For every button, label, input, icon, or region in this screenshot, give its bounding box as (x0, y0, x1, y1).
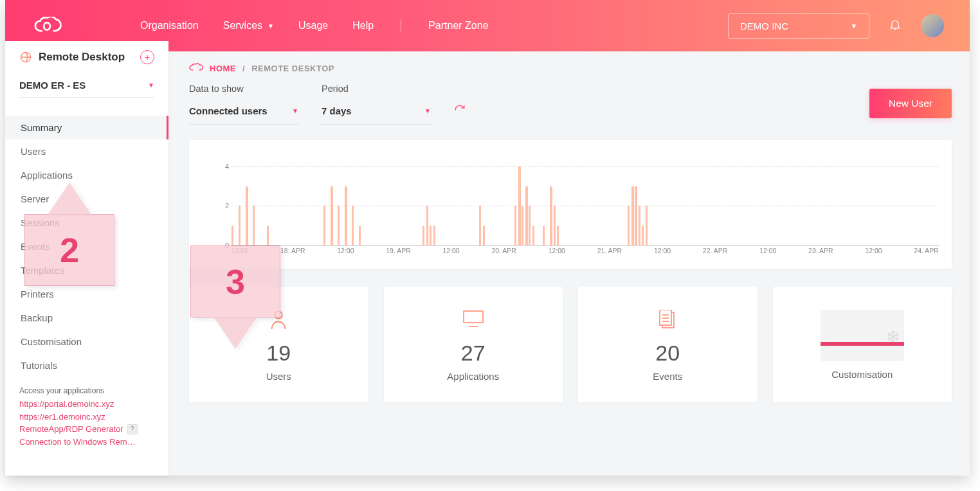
chart-panel: 024 12:0018. APR12:0019. APR12:0020. APR… (189, 140, 952, 269)
filter-label: Period (322, 84, 431, 94)
user-avatar[interactable] (921, 14, 944, 37)
customisation-thumbnail: ❄ (821, 310, 904, 361)
chart-x-axis: 12:0018. APR12:0019. APR12:0020. APR12:0… (231, 247, 939, 260)
breadcrumb-home[interactable]: HOME (210, 64, 236, 73)
tree-icon: ❄ (885, 326, 900, 348)
help-icon[interactable]: ? (127, 424, 138, 434)
svg-point-2 (275, 311, 282, 319)
nav-services[interactable]: Services▼ (223, 20, 274, 31)
remote-desktop-icon (19, 51, 32, 64)
brand-logo[interactable] (31, 17, 63, 35)
sidebar-item-printers[interactable]: Printers (5, 282, 168, 306)
stat-value: 20 (655, 341, 680, 366)
environment-selected-value: DEMO ER - ES (19, 80, 86, 91)
breadcrumb-current: REMOTE DESKTOP (251, 64, 334, 73)
sidebar-item-tutorials[interactable]: Tutorials (5, 353, 168, 377)
chart-y-axis: 024 (215, 147, 230, 246)
stat-card-customisation[interactable]: ❄ Customisation (773, 287, 952, 402)
nav-partner-zone[interactable]: Partner Zone (428, 20, 488, 31)
chevron-down-icon: ▼ (292, 107, 298, 114)
new-user-button[interactable]: New User (869, 89, 952, 118)
stat-card-applications[interactable]: 27 Applications (384, 287, 563, 402)
nav-label: Help (352, 20, 374, 31)
sidebar-product-title: Remote Desktop (39, 51, 134, 64)
sidebar-footer: Access your applications https://portal.… (5, 382, 168, 454)
org-selected-value: DEMO INC (740, 21, 788, 31)
data-to-show-select[interactable]: Connected users ▼ (189, 102, 298, 125)
sidebar-nav: SummaryUsersApplicationsServerSessionsEv… (5, 109, 168, 382)
nav-usage[interactable]: Usage (298, 20, 328, 31)
stat-card-users[interactable]: 19 Users (189, 287, 368, 402)
sidebar-item-backup[interactable]: Backup (5, 306, 168, 330)
nav-label: Usage (298, 20, 328, 31)
stat-label: Users (266, 371, 291, 382)
stat-value: 19 (266, 341, 291, 366)
cloud-icon (189, 63, 203, 73)
sidebar-item-events[interactable]: Events (5, 235, 168, 258)
sidebar-item-applications[interactable]: Applications (5, 163, 168, 187)
sidebar-item-summary[interactable]: Summary (5, 116, 168, 139)
sidebar-item-server[interactable]: Server (5, 187, 168, 211)
refresh-icon[interactable] (454, 104, 466, 118)
document-icon (658, 310, 676, 330)
add-button[interactable]: + (140, 50, 154, 64)
stat-label: Applications (447, 371, 499, 382)
filter-data-to-show: Data to show Connected users ▼ (189, 84, 298, 125)
nav-label: Organisation (140, 20, 199, 31)
breadcrumb-sep: / (242, 64, 245, 73)
nav-label: Services (223, 20, 262, 31)
filter-label: Data to show (189, 84, 298, 94)
chevron-down-icon: ▼ (851, 22, 857, 30)
sidebar-link[interactable]: https://portal.demoinc.xyz (19, 398, 154, 411)
stat-value: 27 (461, 341, 485, 366)
stat-card-events[interactable]: 20 Events (578, 287, 758, 402)
sidebar-item-customisation[interactable]: Customisation (5, 330, 168, 353)
environment-selector[interactable]: DEMO ER - ES ▼ (19, 72, 154, 98)
organisation-selector[interactable]: DEMO INC ▼ (728, 13, 869, 39)
nav-divider (401, 19, 401, 32)
sidebar-item-sessions[interactable]: Sessions (5, 211, 168, 235)
sidebar-link[interactable]: RemoteApp/RDP Generator? (19, 423, 154, 436)
svg-rect-6 (660, 310, 671, 325)
chevron-down-icon: ▼ (268, 22, 274, 30)
user-icon (269, 310, 287, 330)
sidebar-item-users[interactable]: Users (5, 139, 168, 163)
stat-label: Customisation (831, 369, 893, 380)
svg-rect-3 (464, 311, 483, 323)
filter-period: Period 7 days ▼ (322, 84, 431, 125)
nav-label: Partner Zone (428, 20, 488, 31)
chevron-down-icon: ▼ (424, 107, 431, 114)
chevron-down-icon: ▼ (148, 82, 154, 89)
nav-help[interactable]: Help (352, 20, 374, 31)
breadcrumb: HOME / REMOTE DESKTOP (189, 63, 952, 73)
sidebar: Remote Desktop + DEMO ER - ES ▼ SummaryU… (5, 41, 168, 476)
nav-organisation[interactable]: Organisation (140, 20, 199, 31)
svg-point-0 (44, 22, 50, 30)
notifications-icon[interactable] (889, 17, 902, 34)
stat-label: Events (653, 371, 682, 382)
top-nav: Organisation Services▼ Usage Help Partne… (140, 19, 489, 32)
main-content: HOME / REMOTE DESKTOP Data to show Conne… (168, 51, 970, 476)
select-value: 7 days (322, 105, 352, 116)
sidebar-link[interactable]: https://er1.demoinc.xyz (19, 411, 154, 424)
select-value: Connected users (189, 105, 268, 116)
sidebar-footer-label: Access your applications (19, 386, 154, 395)
sidebar-link[interactable]: Connection to Windows Rem… (19, 436, 154, 449)
monitor-icon (462, 310, 484, 330)
chart-series (231, 147, 939, 246)
sidebar-item-templates[interactable]: Templates (5, 258, 168, 282)
period-select[interactable]: 7 days ▼ (322, 102, 431, 125)
